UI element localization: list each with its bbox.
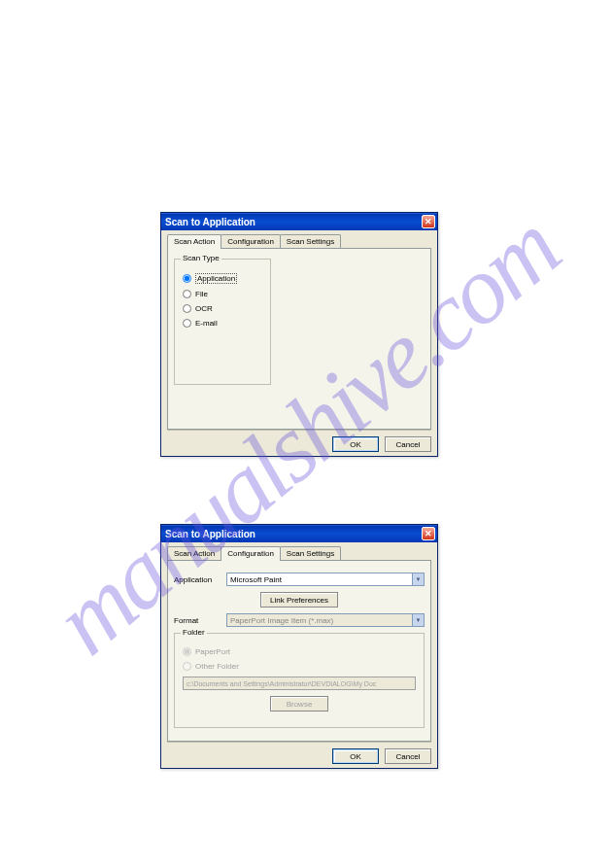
radio-file-label: File — [195, 290, 208, 298]
tab-body-scan-action: Scan Type Application File OCR E-mail — [167, 248, 431, 430]
dialog-client: Scan Action Configuration Scan Settings … — [161, 542, 437, 768]
radio-ocr[interactable]: OCR — [183, 304, 262, 313]
radio-paperport-label: PaperPort — [195, 647, 230, 656]
folder-group: Folder PaperPort Other Folder c:\Documen… — [174, 633, 425, 728]
tab-row: Scan Action Configuration Scan Settings — [167, 234, 431, 248]
application-select[interactable]: Microsoft Paint ▼ — [226, 573, 425, 586]
tab-scan-settings[interactable]: Scan Settings — [280, 234, 341, 248]
radio-file-input[interactable] — [183, 290, 191, 298]
titlebar[interactable]: Scan to Application ✕ — [161, 213, 437, 230]
chevron-down-icon: ▼ — [412, 614, 424, 626]
radio-paperport-input — [183, 647, 191, 656]
radio-other-folder: Other Folder — [183, 662, 416, 671]
tab-scan-action[interactable]: Scan Action — [167, 546, 221, 560]
radio-email[interactable]: E-mail — [183, 319, 262, 328]
ok-button[interactable]: OK — [332, 748, 379, 764]
tab-configuration[interactable]: Configuration — [221, 234, 281, 248]
tab-scan-settings[interactable]: Scan Settings — [280, 546, 341, 560]
radio-other-label: Other Folder — [195, 662, 239, 671]
button-row: OK Cancel — [167, 742, 431, 764]
group-legend: Scan Type — [181, 254, 221, 262]
scan-to-application-dialog-2: Scan to Application ✕ Scan Action Config… — [160, 524, 438, 769]
radio-application-input[interactable] — [183, 274, 191, 283]
titlebar[interactable]: Scan to Application ✕ — [161, 525, 437, 542]
browse-button: Browse — [270, 696, 328, 712]
dialog-client: Scan Action Configuration Scan Settings … — [161, 230, 437, 456]
tab-row: Scan Action Configuration Scan Settings — [167, 546, 431, 560]
tab-configuration[interactable]: Configuration — [221, 546, 281, 561]
close-icon[interactable]: ✕ — [422, 527, 435, 540]
tab-scan-action[interactable]: Scan Action — [167, 234, 221, 249]
radio-email-input[interactable] — [183, 319, 191, 328]
folder-path-input: c:\Documents and Settings\Administrator\… — [183, 677, 416, 690]
scan-to-application-dialog-1: Scan to Application ✕ Scan Action Config… — [160, 212, 438, 457]
format-value: PaperPort Image Item (*.max) — [230, 616, 333, 625]
dialog-title: Scan to Application — [165, 529, 255, 539]
radio-file[interactable]: File — [183, 290, 262, 298]
close-icon[interactable]: ✕ — [422, 215, 435, 228]
folder-legend: Folder — [181, 628, 207, 637]
dialog-title: Scan to Application — [165, 217, 255, 227]
application-label: Application — [174, 575, 221, 584]
button-row: OK Cancel — [167, 430, 431, 452]
radio-application-label: Application — [195, 273, 237, 284]
radio-application[interactable]: Application — [183, 273, 262, 284]
format-label: Format — [174, 616, 221, 625]
ok-button[interactable]: OK — [332, 436, 379, 452]
cancel-button[interactable]: Cancel — [385, 748, 431, 764]
application-row: Application Microsoft Paint ▼ — [174, 573, 425, 586]
tab-body-configuration: Application Microsoft Paint ▼ Link Prefe… — [167, 560, 431, 742]
chevron-down-icon[interactable]: ▼ — [412, 573, 424, 585]
radio-ocr-label: OCR — [195, 304, 213, 313]
radio-ocr-input[interactable] — [183, 304, 191, 313]
application-value: Microsoft Paint — [230, 575, 282, 584]
radio-email-label: E-mail — [195, 319, 218, 328]
format-select: PaperPort Image Item (*.max) ▼ — [226, 613, 425, 627]
cancel-button[interactable]: Cancel — [385, 436, 431, 452]
format-row: Format PaperPort Image Item (*.max) ▼ — [174, 613, 425, 627]
link-preferences-button[interactable]: Link Preferences — [260, 592, 338, 608]
scan-type-group: Scan Type Application File OCR E-mail — [174, 259, 271, 385]
radio-other-input — [183, 662, 191, 671]
radio-paperport: PaperPort — [183, 647, 416, 656]
